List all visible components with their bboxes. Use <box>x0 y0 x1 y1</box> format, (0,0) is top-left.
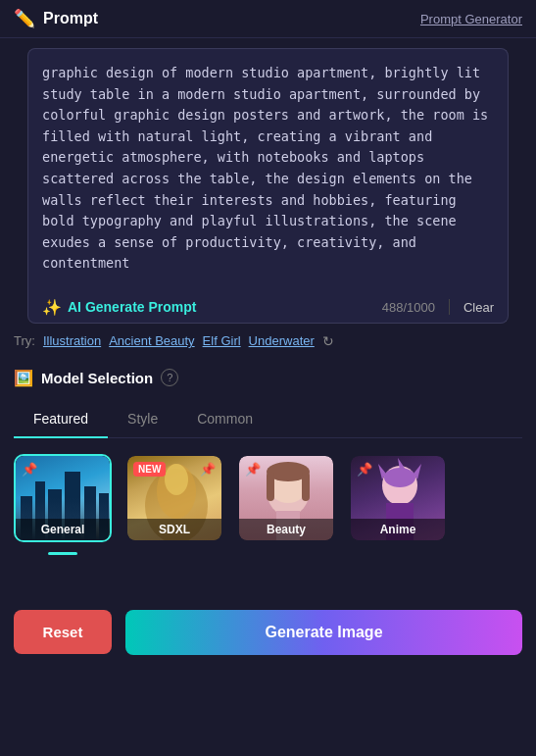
tab-style[interactable]: Style <box>108 403 177 438</box>
model-thumb-beauty[interactable]: Beauty 📌 <box>237 454 335 542</box>
model-thumb-general[interactable]: General 📌 <box>14 454 112 542</box>
tab-featured[interactable]: Featured <box>14 403 108 438</box>
tab-common[interactable]: Common <box>177 403 272 438</box>
help-icon[interactable]: ? <box>161 369 178 386</box>
anime-label: Anime <box>351 519 445 540</box>
model-card-beauty[interactable]: Beauty 📌 <box>237 454 335 555</box>
model-thumb-sdxl[interactable]: NEW SDXL 📌 <box>125 454 223 542</box>
try-label: Try: <box>14 333 35 348</box>
model-card-sdxl[interactable]: NEW SDXL 📌 <box>125 454 223 555</box>
model-section: 🖼️ Model Selection ? <box>0 359 536 403</box>
header-title: Prompt <box>43 10 98 27</box>
meta-divider <box>449 299 450 315</box>
sdxl-corner-icon: 📌 <box>200 462 216 477</box>
header-left: ✏️ Prompt <box>14 8 98 29</box>
general-pin-icon: 📌 <box>22 462 37 477</box>
prompt-footer: ✨ AI Generate Prompt 488/1000 Clear <box>27 288 509 324</box>
svg-point-8 <box>165 464 188 495</box>
model-header: 🖼️ Model Selection ? <box>14 369 522 387</box>
spacer <box>0 565 536 584</box>
svg-point-17 <box>384 468 415 487</box>
generate-button[interactable]: Generate Image <box>125 610 522 655</box>
prompt-meta: 488/1000 Clear <box>382 299 494 315</box>
selected-indicator <box>48 552 77 555</box>
sdxl-badge: NEW <box>133 462 166 477</box>
try-tag-underwater[interactable]: Underwater <box>249 333 315 348</box>
model-grid: General 📌 NEW SDXL 📌 <box>0 438 536 565</box>
svg-rect-14 <box>302 472 310 501</box>
ai-generate-btn[interactable]: ✨ AI Generate Prompt <box>42 298 196 317</box>
beauty-pin-icon: 📌 <box>245 462 261 477</box>
prompt-text: graphic design of modern studio apartmen… <box>42 63 494 275</box>
model-icon: 🖼️ <box>14 369 33 387</box>
prompt-section: graphic design of modern studio apartmen… <box>0 38 536 324</box>
model-card-general[interactable]: General 📌 <box>14 454 112 555</box>
sdxl-label: SDXL <box>127 519 221 540</box>
svg-rect-13 <box>267 472 274 501</box>
reset-button[interactable]: Reset <box>14 610 112 654</box>
model-card-anime[interactable]: Anime 📌 <box>349 454 447 555</box>
try-suggestions: Try: Illustration Ancient Beauty Elf Gir… <box>0 324 536 359</box>
prompt-generator-link[interactable]: Prompt Generator <box>420 12 522 26</box>
char-count: 488/1000 <box>382 300 435 315</box>
try-tag-ancient-beauty[interactable]: Ancient Beauty <box>109 333 194 348</box>
try-tag-illustration[interactable]: Illustration <box>43 333 101 348</box>
clear-button[interactable]: Clear <box>463 300 494 315</box>
model-tabs: Featured Style Common <box>14 403 522 438</box>
ai-icon: ✨ <box>42 298 62 317</box>
prompt-wrapper: graphic design of modern studio apartmen… <box>27 48 509 324</box>
try-tag-elf-girl[interactable]: Elf Girl <box>203 333 241 348</box>
anime-pin-icon: 📌 <box>357 462 372 477</box>
header: ✏️ Prompt Prompt Generator <box>0 0 536 38</box>
model-title: Model Selection <box>41 370 153 386</box>
general-label: General <box>16 519 110 540</box>
prompt-textarea[interactable]: graphic design of modern studio apartmen… <box>27 48 509 288</box>
beauty-label: Beauty <box>239 519 333 540</box>
ai-generate-label: AI Generate Prompt <box>68 299 196 315</box>
bottom-actions: Reset Generate Image <box>0 594 536 671</box>
refresh-icon[interactable]: ↻ <box>322 333 334 349</box>
model-thumb-anime[interactable]: Anime 📌 <box>349 454 447 542</box>
prompt-icon: ✏️ <box>14 8 35 29</box>
